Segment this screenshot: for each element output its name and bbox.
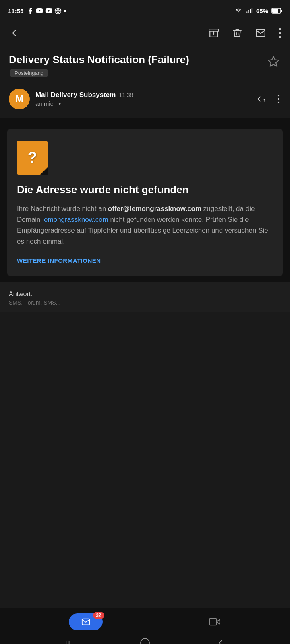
mail-badge: 32 (93, 612, 104, 619)
mark-unread-button[interactable] (254, 26, 267, 40)
video-nav-icon (208, 616, 222, 627)
error-icon-wrap: ? (17, 141, 273, 175)
battery-icon (271, 8, 282, 14)
svg-point-19 (278, 101, 279, 103)
svg-point-14 (279, 32, 281, 34)
reply-label: Antwort: (9, 291, 281, 298)
email-card: ? Die Adresse wurde nicht gefunden Ihre … (7, 129, 283, 277)
svg-point-18 (278, 98, 279, 99)
sender-info: Mail Delivery Subsystem 11:38 an mich ▾ (35, 91, 249, 107)
svg-rect-21 (209, 619, 217, 625)
bottom-app-bar: 32 (0, 608, 290, 636)
svg-rect-4 (246, 11, 247, 13)
delete-button[interactable] (230, 26, 244, 40)
email-body-outer: ? Die Adresse wurde nicht gefunden Ihre … (0, 118, 290, 312)
svg-rect-5 (248, 10, 249, 13)
svg-rect-11 (209, 29, 219, 31)
bottom-nav: 32 ||| (0, 608, 290, 644)
sender-row: M Mail Delivery Subsystem 11:38 an mich … (0, 83, 290, 115)
mail-nav-button[interactable]: 32 (69, 613, 103, 630)
back-button[interactable] (7, 26, 21, 40)
sticky-note-icon: ? (17, 141, 48, 175)
action-bar (0, 20, 290, 46)
status-icons: • (27, 7, 66, 15)
reply-section: Antwort: SMS, Forum, SMS... (0, 282, 290, 312)
svg-point-22 (141, 638, 149, 644)
youtube-icon (36, 7, 43, 14)
more-info-link[interactable]: WEITERE INFORMATIONEN (17, 257, 273, 264)
error-intro: Ihre Nachricht wurde nicht an (17, 205, 108, 213)
subject-area: Delivery Status Notification (Failure) P… (9, 53, 195, 77)
system-nav: ||| (0, 636, 290, 644)
more-options-button[interactable] (277, 26, 283, 40)
status-time: 11:55 (8, 8, 23, 14)
email-header: Delivery Status Notification (Failure) P… (0, 46, 290, 83)
video-nav-button[interactable] (208, 616, 222, 627)
inbox-badge: Posteingang (10, 69, 48, 77)
sender-more-button[interactable] (276, 93, 281, 105)
svg-rect-6 (250, 9, 251, 13)
sender-name: Mail Delivery Subsystem (35, 91, 116, 99)
globe-icon (54, 7, 62, 14)
svg-marker-20 (216, 619, 220, 624)
error-title: Die Adresse wurde nicht gefunden (17, 184, 273, 196)
email-subject: Delivery Status Notification (Failure) (9, 53, 195, 66)
error-email: offer@lemongrassknow.com (108, 205, 201, 213)
sender-time: 11:38 (119, 92, 133, 98)
chevron-down-icon: ▾ (58, 101, 61, 107)
svg-point-17 (278, 95, 279, 96)
svg-marker-16 (269, 57, 279, 66)
battery-level: 65% (256, 8, 268, 14)
status-right: 65% (234, 8, 282, 14)
facebook-icon (27, 7, 34, 14)
sender-actions (255, 92, 281, 106)
notification-dot: • (64, 7, 66, 15)
svg-rect-7 (251, 8, 252, 13)
signal-icon (246, 8, 253, 14)
nav-home-button[interactable] (133, 636, 157, 644)
mail-nav-icon (80, 617, 91, 626)
wifi-icon (234, 8, 242, 14)
error-domain-link[interactable]: lemongrassknow.com (42, 216, 108, 223)
sender-to[interactable]: an mich ▾ (35, 100, 249, 107)
youtube-icon-2 (45, 7, 52, 14)
reply-button[interactable] (255, 92, 268, 106)
star-button[interactable] (266, 54, 281, 72)
error-body: Ihre Nachricht wurde nicht an offer@lemo… (17, 203, 273, 247)
nav-recents-button[interactable]: ||| (59, 638, 81, 644)
svg-point-13 (279, 28, 281, 30)
status-bar: 11:55 • 65% (0, 0, 290, 20)
reply-preview: SMS, Forum, SMS... (9, 299, 281, 306)
svg-rect-9 (272, 9, 278, 13)
archive-button[interactable] (207, 26, 221, 40)
sender-avatar: M (9, 89, 30, 109)
nav-back-button[interactable] (209, 637, 231, 644)
svg-rect-10 (281, 10, 282, 12)
question-mark-icon: ? (27, 149, 37, 166)
svg-point-15 (279, 36, 281, 38)
